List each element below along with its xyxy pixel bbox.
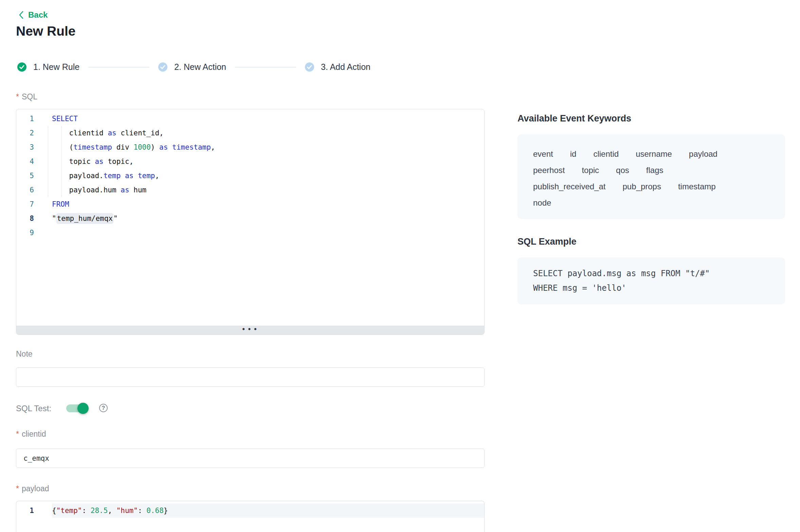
code-line-text: payload.temp as temp, xyxy=(52,169,484,183)
code-line-text: topic as topic, xyxy=(52,154,484,169)
chevron-left-icon xyxy=(18,11,24,19)
code-line-text: "temp_hum/emqx" xyxy=(52,211,484,226)
event-keyword: clientid xyxy=(593,146,619,162)
line-number: 9 xyxy=(16,226,34,240)
code-line: 8"temp_hum/emqx" xyxy=(16,211,484,226)
line-number: 6 xyxy=(16,183,34,197)
sql-field-label: * SQL xyxy=(16,92,37,101)
code-line-text: payload.hum as hum xyxy=(52,183,484,197)
line-number: 3 xyxy=(16,140,34,154)
help-icon[interactable]: ? xyxy=(99,404,108,412)
code-line-text: FROM xyxy=(52,197,484,211)
line-number: 4 xyxy=(16,154,34,169)
code-line: 5 payload.temp as temp, xyxy=(16,169,484,183)
event-keyword: publish_received_at xyxy=(533,178,605,195)
step-label: 1. New Rule xyxy=(33,62,79,72)
event-keyword: qos xyxy=(616,162,629,178)
code-line-text xyxy=(52,226,484,240)
line-number: 1 xyxy=(16,504,34,518)
toggle-knob xyxy=(77,403,89,414)
event-keyword: payload xyxy=(689,146,717,162)
sql-example-line: SELECT payload.msg as msg FROM "t/#" xyxy=(533,266,769,281)
code-line-text: SELECT xyxy=(52,112,484,126)
required-asterisk: * xyxy=(16,92,19,101)
step-label: 3. Add Action xyxy=(321,62,370,72)
line-number: 5 xyxy=(16,169,34,183)
resize-dots-icon: ••• xyxy=(241,328,259,331)
step-done-check-icon xyxy=(17,62,26,72)
sql-test-label: SQL Test: xyxy=(16,404,51,413)
event-keyword: timestamp xyxy=(678,178,716,195)
line-number: 8 xyxy=(16,211,34,226)
step-add-action[interactable]: 3. Add Action xyxy=(305,62,370,72)
sql-test-toggle[interactable] xyxy=(66,404,88,412)
code-line: 4 topic as topic, xyxy=(16,154,484,169)
code-line-text: (timestamp div 1000) as timestamp, xyxy=(52,140,484,154)
sql-example-title: SQL Example xyxy=(517,236,577,247)
editor-resize-handle[interactable]: ••• xyxy=(16,326,484,335)
code-line-text: clientid as client_id, xyxy=(52,126,484,140)
event-keywords-title: Available Event Keywords xyxy=(517,113,631,124)
indent-guide xyxy=(61,126,62,197)
required-asterisk: * xyxy=(16,430,19,439)
code-line: 1SELECT xyxy=(16,112,484,126)
code-line: 6 payload.hum as hum xyxy=(16,183,484,197)
event-keyword: id xyxy=(570,146,577,162)
line-number: 1 xyxy=(16,112,34,126)
step-new-action[interactable]: 2. New Action xyxy=(158,62,226,72)
sql-example-line: WHERE msg = 'hello' xyxy=(533,281,769,296)
step-pending-check-icon xyxy=(305,62,314,72)
event-keyword: topic xyxy=(582,162,599,178)
event-keyword: pub_props xyxy=(622,178,661,195)
sql-code-editor[interactable]: 1SELECT2 clientid as client_id,3 (timest… xyxy=(16,109,485,335)
step-new-rule[interactable]: 1. New Rule xyxy=(17,62,79,72)
event-keywords-box: eventidclientidusernamepayloadpeerhostto… xyxy=(517,134,785,219)
line-number: 2 xyxy=(16,126,34,140)
page-title: New Rule xyxy=(16,24,76,39)
clientid-field-label: * clientid xyxy=(16,430,46,439)
sql-example-box: SELECT payload.msg as msg FROM "t/#"WHER… xyxy=(517,258,785,304)
payload-code-area[interactable]: 1{"temp": 28.5, "hum": 0.68} xyxy=(16,501,484,518)
code-line: 2 clientid as client_id, xyxy=(16,126,484,140)
event-keyword: flags xyxy=(646,162,663,178)
code-line: 3 (timestamp div 1000) as timestamp, xyxy=(16,140,484,154)
code-line-text: {"temp": 28.5, "hum": 0.68} xyxy=(52,504,484,518)
step-pending-check-icon xyxy=(158,62,167,72)
required-asterisk: * xyxy=(16,484,19,493)
event-keyword: username xyxy=(636,146,672,162)
event-keyword: node xyxy=(533,195,551,211)
note-field-label: Note xyxy=(16,349,33,359)
code-line: 9 xyxy=(16,226,484,240)
line-number: 7 xyxy=(16,197,34,211)
note-input[interactable] xyxy=(16,367,485,387)
event-keyword: peerhost xyxy=(533,162,565,178)
step-connector xyxy=(88,67,149,68)
code-line: 7FROM xyxy=(16,197,484,211)
step-connector xyxy=(235,67,296,68)
sql-code-area[interactable]: 1SELECT2 clientid as client_id,3 (timest… xyxy=(16,109,484,240)
code-line: 1{"temp": 28.5, "hum": 0.68} xyxy=(16,504,484,518)
back-label: Back xyxy=(28,10,48,20)
step-label: 2. New Action xyxy=(174,62,226,72)
payload-code-editor[interactable]: 1{"temp": 28.5, "hum": 0.68} xyxy=(16,501,485,532)
payload-field-label: * payload xyxy=(16,484,49,493)
back-link[interactable]: Back xyxy=(18,10,48,20)
clientid-input[interactable] xyxy=(16,449,485,468)
wizard-steps: 1. New Rule 2. New Action 3. Add Action xyxy=(17,62,370,72)
indent-guide xyxy=(48,126,48,197)
event-keyword: event xyxy=(533,146,553,162)
